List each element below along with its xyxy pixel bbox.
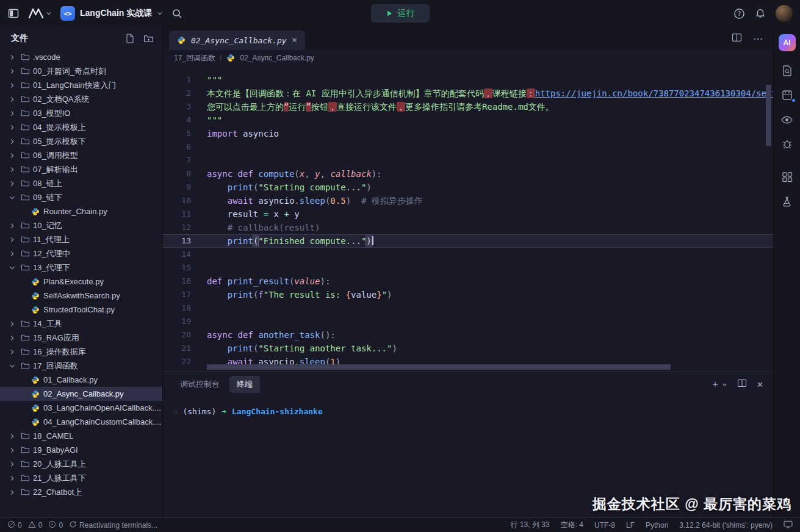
status-python-interpreter[interactable]: 3.12.2 64-bit ('shims': pyenv) xyxy=(679,521,773,530)
test-flask-button[interactable] xyxy=(779,193,796,210)
line-number: 7 xyxy=(163,154,191,167)
file-tree-item[interactable]: 03_LangChainOpenAICallback.... xyxy=(0,401,162,415)
ai-assistant-button[interactable]: AI xyxy=(779,34,796,51)
file-tree-item[interactable]: 20_人脉工具上 xyxy=(0,457,162,471)
sidebar-toggle-icon[interactable] xyxy=(7,7,20,20)
user-avatar[interactable] xyxy=(776,5,793,22)
file-tree-item[interactable]: Rounter_Chain.py xyxy=(0,204,162,218)
code-editor[interactable]: 1"""2本文件是【回调函数：在 AI 应用中引入异步通信机制】章节的配套代码，… xyxy=(163,66,773,371)
close-panel-icon[interactable]: ✕ xyxy=(757,380,763,389)
file-tree-item[interactable]: 04_LangChainCustomCallback.... xyxy=(0,415,162,429)
code-line[interactable]: 11 result = x + y xyxy=(163,207,773,221)
file-tree-item[interactable]: .vscode xyxy=(0,50,162,64)
code-line[interactable]: 10 await asyncio.sleep(0.5) # 模拟异步操作 xyxy=(163,194,773,207)
split-editor-icon[interactable] xyxy=(732,32,742,45)
code-line[interactable]: 5import asyncio xyxy=(163,127,773,140)
chevron-right-icon xyxy=(7,319,17,329)
help-icon[interactable]: ? xyxy=(733,8,745,20)
plugin-button[interactable] xyxy=(779,87,796,104)
code-line[interactable]: 8async def compute(x, y, callback): xyxy=(163,167,773,181)
file-tree-item[interactable]: 10_记忆 xyxy=(0,218,162,232)
status-info[interactable]: 0 xyxy=(48,520,63,530)
status-warnings[interactable]: 0 xyxy=(28,520,43,530)
file-tree-item[interactable]: 00_开篇词_奇点时刻 xyxy=(0,64,162,78)
breadcrumb-item[interactable]: 17_回调函数 xyxy=(174,53,215,63)
file-tree-item[interactable]: 21_人脉工具下 xyxy=(0,471,162,485)
terminal-output[interactable]: ○ (shims) ➜ LangChain-shizhanke xyxy=(163,397,773,426)
status-language-mode[interactable]: Python xyxy=(646,521,668,530)
code-line[interactable]: 6 xyxy=(163,140,773,154)
file-tree-item[interactable]: 17_回调函数 xyxy=(0,359,162,373)
split-terminal-icon[interactable] xyxy=(737,378,747,390)
bell-icon[interactable] xyxy=(755,8,766,19)
code-line[interactable]: 3您可以点击最上方的“运行”按钮，直接运行该文件，更多操作指引请参考Readme… xyxy=(163,100,773,113)
new-terminal-button[interactable]: ＋ xyxy=(710,378,727,391)
panel-tab[interactable]: 终端 xyxy=(229,376,260,393)
file-tree-item[interactable]: 07_解析输出 xyxy=(0,162,162,176)
search-icon[interactable] xyxy=(171,8,182,19)
file-tree-item[interactable]: 04_提示模板上 xyxy=(0,120,162,134)
code-line[interactable]: 21 print("Starting another task...") xyxy=(163,342,773,355)
code-line[interactable]: 15 xyxy=(163,261,773,275)
code-line[interactable]: 4""" xyxy=(163,113,773,127)
file-tree-item[interactable]: 08_链上 xyxy=(0,176,162,190)
file-search-button[interactable] xyxy=(779,62,796,79)
preview-eye-button[interactable] xyxy=(779,111,796,128)
status-indentation[interactable]: 空格: 4 xyxy=(561,520,583,530)
code-line[interactable]: 16def print_result(value): xyxy=(163,275,773,288)
file-tree-item[interactable]: 06_调用模型 xyxy=(0,148,162,162)
code-line[interactable]: 9 print("Starting compute...") xyxy=(163,181,773,194)
app-logo[interactable] xyxy=(28,8,52,19)
file-tree-item[interactable]: StructedToolChat.py xyxy=(0,303,162,317)
file-tree-item[interactable]: 01_Callback.py xyxy=(0,373,162,387)
status-cursor-position[interactable]: 行 13, 列 33 xyxy=(511,520,550,530)
code-line-current[interactable]: 13 print("Finished compute...") xyxy=(163,234,773,248)
file-tree-item[interactable]: 18_CAMEL xyxy=(0,429,162,443)
code-line[interactable]: 14 xyxy=(163,248,773,261)
file-tree-item[interactable]: 14_工具 xyxy=(0,317,162,331)
new-folder-icon[interactable] xyxy=(143,34,154,44)
code-line[interactable]: 2本文件是【回调函数：在 AI 应用中引入异步通信机制】章节的配套代码，课程链接… xyxy=(163,87,773,100)
status-encoding[interactable]: UTF-8 xyxy=(594,521,615,530)
file-tree-item[interactable]: 16_操作数据库 xyxy=(0,345,162,359)
status-errors[interactable]: 0 xyxy=(7,520,22,530)
new-file-icon[interactable] xyxy=(125,34,135,43)
run-button[interactable]: 运行 xyxy=(371,4,430,23)
file-tree-item[interactable]: 19_BabyAGI xyxy=(0,443,162,457)
extensions-grid-button[interactable] xyxy=(779,168,796,185)
file-tree-item[interactable]: 09_链下 xyxy=(0,190,162,204)
file-tree-item[interactable]: 02_文档QA系统 xyxy=(0,92,162,106)
file-tree-item[interactable]: Plan&Execute.py xyxy=(0,275,162,289)
python-file-icon xyxy=(31,305,40,315)
line-number: 16 xyxy=(163,275,191,288)
code-line[interactable]: 20async def another_task(): xyxy=(163,328,773,342)
debug-bug-button[interactable] xyxy=(779,135,796,153)
file-tree-item[interactable]: 12_代理中 xyxy=(0,246,162,261)
code-line[interactable]: 7 xyxy=(163,154,773,167)
code-line[interactable]: 17 print(f"The result is: {value}") xyxy=(163,288,773,301)
code-line[interactable]: 18 xyxy=(163,301,773,315)
breadcrumb-item[interactable]: 02_Async_Callback.py xyxy=(240,54,314,62)
code-line[interactable]: 1""" xyxy=(163,73,773,87)
vertical-scrollbar[interactable] xyxy=(766,85,771,146)
more-actions-icon[interactable]: ⋯ xyxy=(753,33,763,45)
file-tree-item[interactable]: 11_代理上 xyxy=(0,232,162,246)
status-eol[interactable]: LF xyxy=(626,521,635,530)
code-line[interactable]: 12 # callback(result) xyxy=(163,221,773,234)
file-tree-item[interactable]: SelfAskwithSearch.py xyxy=(0,289,162,303)
horizontal-scrollbar[interactable] xyxy=(207,364,671,370)
project-selector[interactable]: <> LangChain 实战课 xyxy=(60,6,163,21)
file-tree-item[interactable]: 13_代理下 xyxy=(0,261,162,275)
editor-tab[interactable]: 02_Async_Callback.py ✕ xyxy=(169,31,305,50)
file-tree-item[interactable]: 05_提示模板下 xyxy=(0,134,162,148)
file-tree-item[interactable]: 15_RAG应用 xyxy=(0,331,162,345)
panel-tab[interactable]: 调试控制台 xyxy=(173,376,227,393)
close-tab-icon[interactable]: ✕ xyxy=(292,36,298,45)
code-line[interactable]: 19 xyxy=(163,315,773,328)
file-tree-item[interactable]: 01_LangChain快速入门 xyxy=(0,78,162,92)
remote-window-icon[interactable] xyxy=(784,520,793,530)
file-tree-item[interactable]: 02_Async_Callback.py xyxy=(0,387,162,401)
file-name: 10_记忆 xyxy=(33,220,62,231)
file-tree-item[interactable]: 03_模型IO xyxy=(0,106,162,120)
file-tree-item[interactable]: 22_Chatbot上 xyxy=(0,485,162,499)
